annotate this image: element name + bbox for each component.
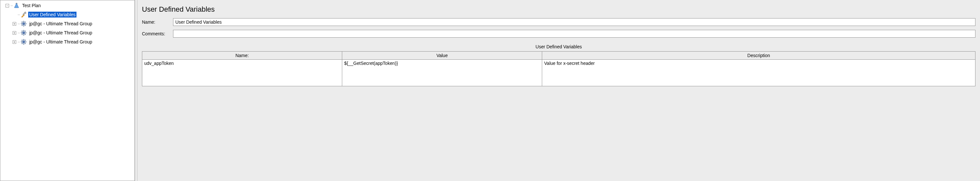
tree-label: Test Plan [21,3,42,8]
tree-label: jp@gc - Ultimate Thread Group [28,21,93,27]
svg-line-20 [22,34,22,35]
main-panel: User Defined Variables Name: Comments: U… [137,0,980,181]
name-label: Name: [142,19,173,25]
cell-name[interactable]: udv_appToken [142,60,342,67]
gear-icon [21,29,27,36]
svg-line-28 [22,40,22,40]
expand-icon[interactable]: + [13,31,16,35]
svg-line-10 [22,25,22,26]
svg-point-23 [23,41,25,43]
tree-connector: ···· [18,13,20,16]
col-desc[interactable]: Description [542,51,975,60]
col-value[interactable]: Value [342,51,542,60]
tree-panel[interactable]: - ···· Test Plan ···· User Defined Varia… [0,0,135,181]
col-name[interactable]: Name: [142,51,342,60]
tools-icon [21,11,27,18]
comments-label: Comments: [142,31,173,36]
name-input[interactable] [173,18,975,26]
tree-connector: ···· [18,40,20,44]
tree-node-thread-group-1[interactable]: + ···· jp@gc - Ultimate Thread Group [1,19,134,28]
svg-line-9 [25,25,26,26]
gear-icon [21,38,27,45]
expand-icon-none [13,13,16,16]
split-divider[interactable] [135,0,137,181]
collapse-icon[interactable]: - [5,4,9,8]
cell-value[interactable]: ${__GetSecret(appToken)} [342,60,542,67]
cell-desc[interactable]: Value for x-secret header [542,60,975,67]
svg-line-31 [25,40,26,40]
variables-table[interactable]: Name: Value Description udv_appToken ${_… [142,51,975,86]
svg-line-29 [25,43,26,44]
tree-node-thread-group-3[interactable]: + ···· jp@gc - Ultimate Thread Group [1,37,134,46]
expand-icon[interactable]: + [13,22,16,26]
tree-label: jp@gc - Ultimate Thread Group [28,30,93,36]
tree-node-thread-group-2[interactable]: + ···· jp@gc - Ultimate Thread Group [1,28,134,37]
svg-line-11 [25,22,26,22]
tree-node-udv[interactable]: ···· User Defined Variables [1,10,134,19]
svg-point-3 [23,23,25,25]
tree-label: User Defined Variables [28,12,76,18]
svg-line-18 [22,31,22,32]
tree-connector: ···· [18,31,20,35]
page-title: User Defined Variables [142,5,975,14]
expand-icon[interactable]: + [13,40,16,44]
svg-line-30 [22,43,22,44]
svg-line-19 [25,34,26,35]
tree-connector: ···· [18,22,20,26]
comments-input[interactable] [173,30,975,38]
gear-icon [21,21,27,27]
flask-icon [13,2,20,9]
svg-line-8 [22,22,22,22]
table-row[interactable]: udv_appToken ${__GetSecret(appToken)} Va… [142,60,975,67]
tree-node-test-plan[interactable]: - ···· Test Plan [1,1,134,10]
tree-label: jp@gc - Ultimate Thread Group [28,39,93,45]
name-row: Name: [142,18,975,26]
table-empty-area[interactable] [142,67,975,86]
svg-point-1 [25,12,26,14]
table-title: User Defined Variables [142,44,975,49]
svg-line-21 [25,31,26,32]
svg-point-13 [23,32,25,34]
tree-connector: ···· [10,4,13,8]
svg-rect-0 [16,3,17,3]
comments-row: Comments: [142,30,975,38]
